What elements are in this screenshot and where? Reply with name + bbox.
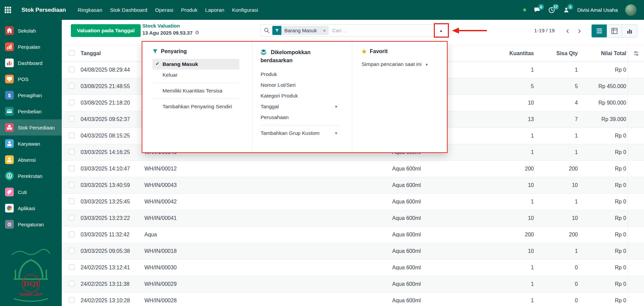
cell-kuantitas: 1 [485,298,535,304]
cell-kuantitas: 10 [485,100,535,106]
sidebar-item-cuti[interactable]: Cuti [0,184,62,200]
cell-tanggal: 03/03/2025 13:23:22 [81,215,144,221]
menu-konfigurasi[interactable]: Konfigurasi [232,7,258,13]
filter-item-memiliki-kuantitas-tersisa[interactable]: Memiliki Kuantitas Tersisa [152,85,239,96]
row-checkbox[interactable] [69,248,75,254]
dqi-logo: DQI TANAH LAUT [6,245,56,305]
group-by-kategori-produk[interactable]: Kategori Produk [261,90,339,101]
pager-next-button[interactable]: › [578,26,581,35]
cell-tanggal: 03/03/2025 11:32:42 [81,232,144,238]
user-avatar[interactable] [625,4,637,16]
sidebar-item-pos[interactable]: POS [0,71,62,87]
row-checkbox[interactable] [69,100,75,105]
messages-icon[interactable]: 6 [534,6,541,13]
table-row[interactable]: 03/03/2025 11:32:42 Aqua Aqua 600ml 200 … [62,227,644,243]
table-row[interactable]: 24/02/2025 13:12:41 WH/IN/00030 Aqua 600… [62,260,644,276]
sidebar-item-stok-persediaan[interactable]: Stok Persediaan [0,119,62,136]
valuation-datetime: 13 Agu 2025 09.53.37 [142,30,193,36]
table-row[interactable]: 03/03/2025 13:23:22 WH/IN/00041 Aqua 600… [62,210,644,227]
sidebar-item-absensi[interactable]: Absensi [0,152,62,168]
column-header-sisa-qty[interactable]: Sisa Qty [535,50,579,56]
save-current-search-item[interactable]: Simpan pencarian saat ini ▾ [362,59,434,70]
sidebar-item-label: Penjualan [18,44,40,50]
cell-referensi: WH/IN/00029 [144,281,392,287]
row-checkbox[interactable] [69,198,75,204]
column-header-nilai-total[interactable]: Nilai Total [579,50,628,56]
search-input[interactable] [329,28,434,33]
menu-produk[interactable]: Produk [181,7,197,13]
table-row[interactable]: 24/02/2025 13:11:38 WH/IN/00029 Aqua 600… [62,276,644,293]
cell-kuantitas: 13 [485,116,535,122]
column-header-kuantitas[interactable]: Kuantitas [485,50,535,56]
row-checkbox[interactable] [69,149,75,155]
menu-laporan[interactable]: Laporan [205,7,224,13]
row-checkbox[interactable] [69,182,75,188]
table-row[interactable]: 03/03/2025 09:05:38 WH/IN/00018 Aqua 600… [62,243,644,260]
cell-sisa-qty: 1 [535,248,579,254]
filter-item-barang-masuk[interactable]: ✓ Barang Masuk [152,59,239,70]
cell-produk: Aqua 600ml [392,298,485,304]
table-row[interactable]: 03/03/2025 13:40:59 WH/IN/00043 Aqua 600… [62,177,644,194]
table-row[interactable]: 03/03/2025 14:10:47 WH/IN/00012 Aqua 600… [62,161,644,177]
sidebar-item-penagihan[interactable]: $ Penagihan [0,87,62,103]
select-all-checkbox[interactable] [69,50,75,56]
valuation-at-date-button[interactable]: Valuation pada Tanggal [71,24,141,37]
company-name[interactable]: Divisi Amal Usaha [577,7,618,13]
sidebar-item-pengaturan[interactable]: ⚙ Pengaturan [0,216,62,232]
gear-icon[interactable]: ⚙ [195,30,199,36]
cell-kuantitas: 1 [485,199,535,205]
sidebar-item-karyawan[interactable]: Karyawan [0,136,62,152]
sidebar-item-sekolah[interactable]: Sekolah [0,23,62,39]
sidebar-item-label: Dashboard [18,60,42,66]
row-checkbox[interactable] [69,83,75,89]
cell-tanggal: 24/02/2025 13:11:38 [81,281,144,287]
requests-person-icon[interactable]: 5 [563,6,570,13]
row-checkbox[interactable] [69,231,75,237]
cell-sisa-qty: 1 [535,149,579,155]
row-checkbox[interactable] [69,116,75,122]
pager-previous-button[interactable]: ‹ [566,26,569,35]
menu-operasi[interactable]: Operasi [155,7,173,13]
search-options-toggle[interactable]: ▴ [434,25,447,36]
optional-columns-icon[interactable] [633,50,639,56]
filter-item-keluar[interactable]: Keluar [152,70,239,80]
search-bar[interactable]: Barang Masuk × ▴ [260,24,448,37]
add-custom-filter-item[interactable]: Tambahkan Penyaring Sendiri [152,101,239,112]
messages-badge: 6 [538,4,544,10]
group-by-nomor-lot-seri[interactable]: Nomor Lot/Seri [261,80,339,90]
row-checkbox[interactable] [69,297,75,303]
menu-ringkasan[interactable]: Ringkasan [78,7,102,13]
sidebar-item-penjualan[interactable]: Penjualan [0,39,62,55]
sidebar-item-perekrutan[interactable]: Perekrutan [0,168,62,184]
cell-nilai-total: Rp 0 [579,248,628,254]
row-checkbox[interactable] [69,67,75,72]
group-by-produk[interactable]: Produk [261,69,339,80]
sidebar-item-aplikasi[interactable]: Aplikasi [0,200,62,216]
table-row[interactable]: 24/02/2025 13:10:28 WH/IN/00028 Aqua 600… [62,293,644,306]
column-header-tanggal[interactable]: Tanggal [81,50,144,56]
row-checkbox[interactable] [69,132,75,138]
row-checkbox[interactable] [69,281,75,286]
facet-remove-icon[interactable]: × [320,26,329,35]
sidebar-item-pembelian[interactable]: Pembelian [0,103,62,119]
group-by-tanggal[interactable]: Tanggal ▾ [261,101,339,112]
cell-referensi: WH/IN/00012 [144,166,392,172]
table-row[interactable]: 03/03/2025 13:25:45 WH/IN/00042 Aqua 600… [62,194,644,210]
breadcrumb-title[interactable]: Stock Valuation [142,23,199,29]
activities-clock-icon[interactable]: 17 [548,6,555,14]
group-by-perusahaan[interactable]: Perusahaan [261,112,339,123]
pivot-view-button[interactable] [607,25,622,37]
apps-grid-icon[interactable] [5,7,11,13]
graph-view-button[interactable] [622,25,637,37]
row-checkbox[interactable] [69,264,75,270]
menu-stok-dashboard[interactable]: Stok Dashboard [110,7,147,13]
cell-tanggal: 03/03/2025 13:40:59 [81,182,144,188]
row-checkbox[interactable] [69,165,75,171]
cell-nilai-total: Rp 0 [579,298,628,304]
row-checkbox[interactable] [69,215,75,221]
sidebar-item-dashboard[interactable]: Dashboard [0,55,62,71]
cell-sisa-qty: 0 [535,281,579,287]
filter-facet[interactable]: Barang Masuk × [272,26,329,35]
list-view-button[interactable] [592,25,607,37]
add-custom-group-item[interactable]: Tambahkan Grup Kustom ▾ [261,128,339,139]
